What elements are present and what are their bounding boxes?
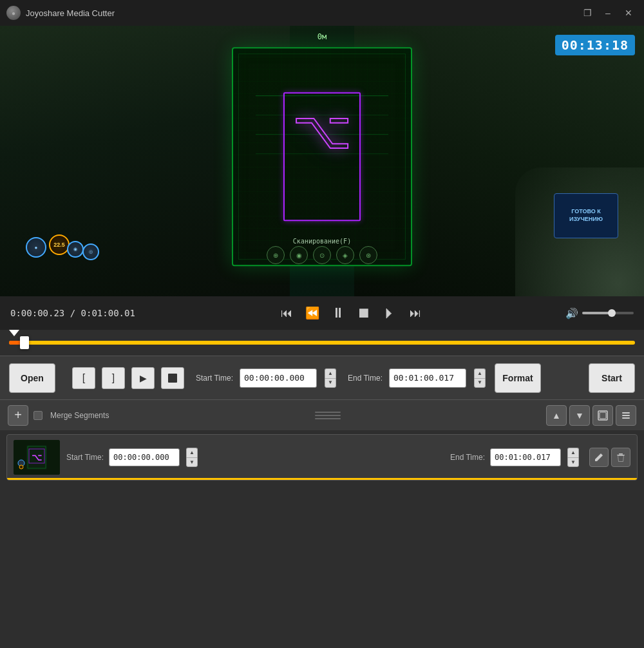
- segment-edit-button[interactable]: [589, 448, 609, 467]
- segment-start-input[interactable]: [109, 448, 180, 466]
- segment-start-up[interactable]: ▲: [186, 448, 198, 457]
- playback-controls: ⏮ ⏪ ⏸ ⏹ ⏵ ⏭: [146, 302, 556, 324]
- hud-timer: 00:13:18: [555, 35, 635, 55]
- end-time-input[interactable]: [389, 368, 466, 388]
- drag-handle: [114, 410, 541, 421]
- segment-progress-bar: [7, 478, 637, 480]
- timeline-handle[interactable]: [20, 336, 29, 349]
- add-segment-button[interactable]: +: [8, 405, 28, 426]
- segment-end-spinner: ▲ ▼: [567, 448, 579, 467]
- segment-action-buttons: ▲ ▼: [546, 405, 636, 426]
- mark-out-button[interactable]: ]: [102, 367, 125, 389]
- open-button[interactable]: Open: [9, 363, 55, 393]
- mark-play-button[interactable]: ▶: [131, 367, 155, 389]
- segment-end-label: End Time:: [450, 453, 485, 462]
- svg-point-11: [19, 465, 23, 469]
- back-step-button[interactable]: ⏪: [301, 302, 323, 324]
- svg-rect-4: [622, 417, 630, 419]
- segment-end-up[interactable]: ▲: [567, 448, 579, 457]
- bottom-icons: ⊕ ◉ ⊙ ◈ ⊛: [267, 246, 377, 264]
- segment-end-input[interactable]: [490, 448, 561, 466]
- stop-button[interactable]: ⏹: [353, 302, 375, 324]
- volume-slider[interactable]: [582, 312, 634, 314]
- hud-counter: 0м: [317, 32, 327, 41]
- thumb-inner: ⌥: [14, 440, 60, 475]
- svg-text:⌥: ⌥: [32, 452, 42, 462]
- segment-start-down[interactable]: ▼: [186, 457, 198, 467]
- end-time-spinner: ▲ ▼: [474, 368, 486, 388]
- segment-start-spinner: ▲ ▼: [186, 448, 198, 467]
- timeline-area[interactable]: [0, 330, 644, 356]
- bottom-icon-3: ⊙: [313, 246, 331, 264]
- format-button[interactable]: Format: [495, 363, 541, 393]
- purple-rect: [283, 92, 361, 221]
- play-forward-button[interactable]: ⏵: [379, 302, 401, 324]
- bottom-icon-4: ◈: [336, 246, 354, 264]
- window-controls: ❐ – ✕: [578, 4, 638, 22]
- end-time-down[interactable]: ▼: [474, 378, 486, 388]
- player-icon-2: 22.5: [49, 234, 70, 255]
- list-view-button[interactable]: [616, 405, 636, 426]
- fullscreen-button[interactable]: [592, 405, 613, 426]
- back-fast-button[interactable]: ⏮: [276, 302, 298, 324]
- svg-rect-2: [622, 412, 630, 414]
- app-icon: ●: [6, 6, 21, 20]
- stop-square-icon: [168, 374, 177, 383]
- weapon-screen: ГОТОВО К ИЗУЧЕНИЮ: [554, 193, 618, 238]
- restore-button[interactable]: ❐: [578, 4, 596, 22]
- segments-header: + Merge Segments ▲ ▼: [0, 399, 644, 430]
- volume-area: 🔊: [556, 307, 634, 319]
- center-panel: ⌥: [232, 47, 412, 266]
- player-icon-4: ◎: [82, 243, 99, 260]
- drag-lines-icon: [315, 410, 341, 421]
- mark-stop-button[interactable]: [161, 367, 184, 389]
- timeline-arrow: [9, 330, 19, 336]
- segments-list: ⌥ Start Time: ▲ ▼ End Time:: [0, 430, 644, 543]
- player-icon-1: ●: [26, 237, 46, 258]
- segment-action-row: [589, 448, 630, 467]
- move-down-button[interactable]: ▼: [569, 405, 590, 426]
- video-canvas: ⌥ 0м 00:13:18 ● 22.5 ◉ ◎ Сканирова: [0, 26, 644, 296]
- svg-rect-1: [600, 412, 606, 419]
- segment-time-area: Start Time: ▲ ▼: [66, 448, 444, 467]
- weapon-hand: ГОТОВО К ИЗУЧЕНИЮ: [515, 167, 644, 296]
- svg-rect-12: [619, 453, 623, 455]
- start-time-down[interactable]: ▼: [325, 378, 336, 388]
- start-time-up[interactable]: ▲: [325, 368, 336, 378]
- controls-bar: 0:00:00.23 / 0:01:00.01 ⏮ ⏪ ⏸ ⏹ ⏵ ⏭ 🔊: [0, 296, 644, 330]
- segment-thumbnail: ⌥: [14, 440, 60, 475]
- title-bar: ● Joyoshare Media Cutter ❐ – ✕: [0, 0, 644, 26]
- player-icons: ● 22.5 ◉ ◎: [26, 237, 108, 258]
- bottom-icon-1: ⊕: [267, 246, 285, 264]
- forward-fast-button[interactable]: ⏭: [404, 302, 426, 324]
- segment-end-down[interactable]: ▼: [567, 457, 579, 467]
- video-area: ⌥ 0м 00:13:18 ● 22.5 ◉ ◎ Сканирова: [0, 26, 644, 296]
- start-time-spinner: ▲ ▼: [325, 368, 336, 388]
- minimize-button[interactable]: –: [599, 4, 617, 22]
- mark-in-button[interactable]: [: [72, 367, 95, 389]
- drag-line-2: [315, 415, 341, 416]
- start-time-input[interactable]: [240, 368, 317, 388]
- bottom-icon-5: ⊛: [359, 246, 377, 264]
- start-time-label: Start Time:: [196, 374, 233, 383]
- drag-line-1: [315, 412, 341, 413]
- pause-button[interactable]: ⏸: [327, 302, 349, 324]
- merge-label: Merge Segments: [50, 411, 109, 420]
- end-time-label: End Time:: [348, 374, 383, 383]
- segment-delete-button[interactable]: [611, 448, 630, 467]
- move-up-button[interactable]: ▲: [546, 405, 567, 426]
- scan-text: Сканирование(F): [293, 238, 351, 245]
- merge-checkbox[interactable]: [33, 411, 43, 420]
- timeline-track[interactable]: [9, 341, 635, 345]
- app-title: Joyoshare Media Cutter: [26, 8, 578, 18]
- player-icon-3: ◉: [67, 241, 84, 258]
- volume-icon: 🔊: [565, 307, 578, 319]
- close-button[interactable]: ✕: [620, 4, 638, 22]
- game-scene: ⌥ 0м 00:13:18 ● 22.5 ◉ ◎ Сканирова: [0, 26, 644, 296]
- start-button[interactable]: Start: [589, 363, 635, 393]
- table-row: ⌥ Start Time: ▲ ▼ End Time:: [6, 434, 638, 481]
- svg-rect-3: [622, 415, 630, 416]
- segment-start-label: Start Time:: [66, 453, 104, 462]
- bottom-spacer: [0, 543, 644, 648]
- end-time-up[interactable]: ▲: [474, 368, 486, 378]
